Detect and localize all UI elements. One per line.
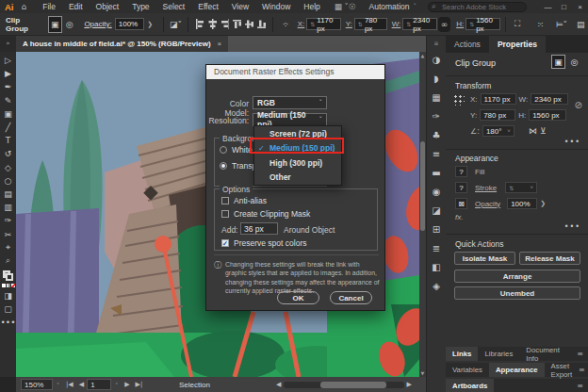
panel-options-icon[interactable]: ▤: [575, 17, 587, 32]
screen-mode-icon[interactable]: ▢: [1, 302, 15, 316]
opacity-swatch[interactable]: ⊠: [455, 198, 467, 209]
app-logo[interactable]: Ai: [5, 2, 14, 12]
gradient-panel-icon[interactable]: ◗: [428, 69, 445, 88]
transform-x-field[interactable]: 1170 px: [481, 93, 516, 105]
align-bottom-icon[interactable]: [257, 19, 266, 29]
menu-type[interactable]: Type: [125, 2, 155, 11]
reference-point-icon[interactable]: ⁘: [279, 17, 291, 32]
clip-mask-icon[interactable]: ▣: [49, 17, 61, 32]
stroke-panel-icon[interactable]: ≡: [428, 144, 445, 163]
lightbulb-icon[interactable]: ☉: [349, 2, 356, 11]
gradient-tool[interactable]: ▤: [1, 188, 15, 201]
flip-vertical-icon[interactable]: ⊻: [540, 126, 547, 136]
anti-alias-checkbox[interactable]: Anti-alias: [221, 196, 267, 205]
pen-tool[interactable]: ✒: [1, 80, 15, 93]
opacity-more-icon[interactable]: ❯: [540, 200, 546, 207]
release-mask-button[interactable]: Release Mask: [519, 252, 580, 265]
x-field[interactable]: ⇅1170 px: [306, 18, 340, 30]
draw-mode-icon[interactable]: ◨: [1, 289, 15, 302]
align-center-icon[interactable]: [207, 19, 216, 29]
align-left-icon[interactable]: [195, 19, 204, 29]
color-model-select[interactable]: RGB˅: [253, 96, 327, 109]
horizontal-scrollbar[interactable]: ◀ ▶: [273, 380, 415, 389]
color-panel-icon[interactable]: ◑: [428, 50, 445, 69]
menu-option-high[interactable]: High (300 ppi): [254, 155, 341, 171]
transform-panel-icon[interactable]: ⊞: [428, 220, 445, 238]
scroll-left-icon[interactable]: ◀: [276, 381, 281, 388]
resolution-select[interactable]: Medium (150 ppi)˅: [253, 113, 327, 126]
fx-label[interactable]: fx.: [455, 213, 463, 221]
reference-point-icon[interactable]: [453, 94, 465, 106]
panel-menu-icon[interactable]: ≡: [577, 382, 583, 390]
appearance-panel-icon[interactable]: ◉: [428, 182, 445, 201]
collapse-panels-icon[interactable]: ≡: [433, 40, 438, 46]
preserve-spot-colors-checkbox[interactable]: ✓ Preserve spot colors: [221, 238, 306, 248]
h-field[interactable]: ⇅1560 px: [466, 18, 499, 30]
workspace-switcher[interactable]: Automation: [369, 2, 410, 11]
menu-help[interactable]: Help: [297, 2, 326, 11]
checkbox-icon[interactable]: [221, 210, 229, 218]
link-dimensions-icon[interactable]: ∞: [438, 17, 450, 32]
artboard-tool[interactable]: ⌖: [1, 241, 15, 254]
radio-icon[interactable]: [220, 146, 227, 154]
selection-tool[interactable]: ▷: [1, 54, 15, 67]
scroll-down-icon[interactable]: ▼: [419, 369, 426, 377]
transform-more-icon[interactable]: •••: [564, 138, 580, 146]
rotation-field[interactable]: 180°˅: [482, 125, 514, 137]
menu-edit[interactable]: Edit: [62, 2, 90, 11]
tab-libraries[interactable]: Libraries: [478, 347, 519, 361]
scrollbar-thumb[interactable]: [420, 141, 425, 231]
next-artboard-icon[interactable]: ▶: [124, 381, 129, 388]
align-top-icon[interactable]: [233, 19, 241, 29]
tab-close-icon[interactable]: ×: [218, 40, 222, 48]
edit-contents-icon[interactable]: ◎: [63, 17, 75, 32]
graphic-styles-panel-icon[interactable]: ◪: [428, 201, 445, 220]
opacity-link[interactable]: Opacity:: [84, 20, 111, 28]
swatches-panel-icon[interactable]: ▦: [428, 88, 445, 106]
transform-w-field[interactable]: 2340 px: [531, 93, 568, 105]
zoom-dropdown-icon[interactable]: ˅: [57, 382, 59, 388]
first-artboard-icon[interactable]: |◀: [66, 381, 74, 388]
align-panel-icon[interactable]: ≣: [428, 238, 445, 257]
minimize-button[interactable]: —: [540, 0, 556, 13]
vertical-scrollbar[interactable]: ▲ ▼: [419, 52, 426, 377]
rotate-tool[interactable]: ↺: [1, 147, 15, 160]
toolbar-more-icon[interactable]: •••: [1, 316, 15, 329]
opacity-expand-icon[interactable]: ❯: [147, 21, 153, 28]
maximize-button[interactable]: □: [556, 0, 572, 13]
fill-swatch[interactable]: ?: [455, 166, 467, 177]
tab-properties[interactable]: Properties: [489, 36, 546, 53]
type-tool[interactable]: T: [1, 134, 15, 147]
align-middle-icon[interactable]: [245, 19, 253, 29]
layout-switcher-icon[interactable]: ▦ ˅: [335, 2, 349, 11]
home-icon[interactable]: ⌂: [22, 2, 27, 11]
w-field[interactable]: ⇅2340 px: [402, 18, 436, 30]
prev-artboard-icon[interactable]: ◀: [79, 381, 84, 388]
curvature-tool[interactable]: ✎: [1, 94, 15, 107]
pathfinder-panel-icon[interactable]: ◧: [428, 257, 445, 276]
appearance-more-icon[interactable]: •••: [564, 222, 580, 231]
link-proportions-icon[interactable]: ⊘: [575, 100, 582, 110]
menu-option-medium[interactable]: ✓ Medium (150 ppi): [254, 141, 341, 156]
tab-document-info[interactable]: Document Info: [519, 347, 577, 361]
add-field[interactable]: 36 px: [240, 222, 278, 235]
menu-effect[interactable]: Effect: [191, 2, 225, 11]
align-right-icon[interactable]: [220, 19, 229, 29]
menu-window[interactable]: Window: [255, 2, 297, 11]
panel-menu-icon[interactable]: ≡: [577, 350, 583, 358]
zoom-tool[interactable]: ⌕: [1, 254, 15, 268]
background-white-radio[interactable]: White: [220, 145, 253, 155]
clipping-mask-checkbox[interactable]: Create Clipping Mask: [221, 209, 310, 219]
line-tool[interactable]: ╱: [1, 121, 15, 134]
stroke-swatch[interactable]: ?: [455, 182, 467, 193]
brushes-panel-icon[interactable]: ✑: [428, 106, 445, 125]
stroke-weight-field[interactable]: ⇅ ˅: [505, 182, 537, 193]
tab-actions[interactable]: Actions: [446, 36, 489, 53]
zoom-level-field[interactable]: 150%: [21, 379, 53, 390]
menu-file[interactable]: File: [36, 2, 62, 11]
color-mode-row[interactable]: [2, 284, 15, 287]
last-artboard-icon[interactable]: ▶|: [136, 381, 143, 388]
transform-icon[interactable]: ⛶: [511, 17, 523, 32]
document-tab[interactable]: A house in middle of field.ai* @ 150% (R…: [16, 36, 228, 52]
transform-y-field[interactable]: 780 px: [480, 109, 515, 121]
